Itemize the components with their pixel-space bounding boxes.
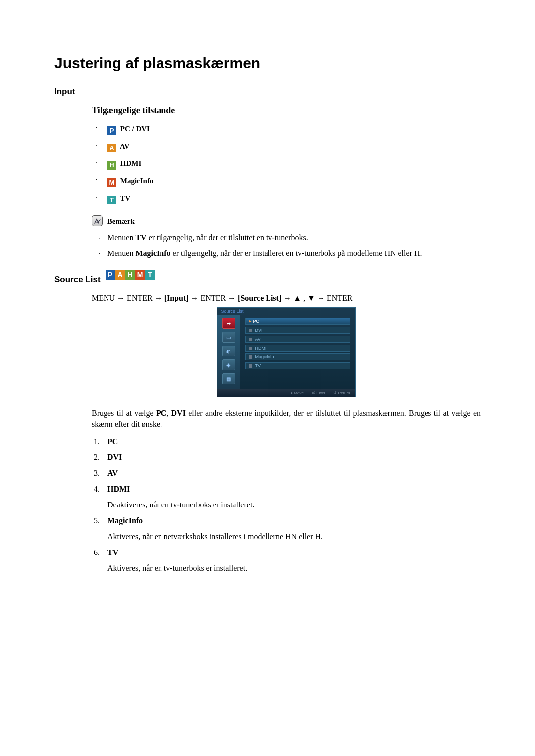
t-icon: T [145, 270, 155, 280]
mode-item-magicinfo: M MagicInfo [92, 177, 481, 187]
osd-item-label: DVI [255, 328, 263, 333]
numbered-label: MagicInfo [107, 516, 143, 525]
numbered-item-dvi: DVI [92, 453, 481, 462]
body-text: Bruges til at vælge [92, 409, 156, 417]
source-list-heading: Source List [54, 275, 101, 285]
top-rule [54, 35, 481, 35]
note-bold: TV [135, 233, 146, 242]
osd-item-hdmi: HDMI [245, 345, 350, 352]
mode-item-av: A AV [92, 142, 481, 152]
p-icon: P [107, 126, 116, 135]
a-icon: A [115, 270, 125, 280]
mode-label: HDMI [120, 159, 142, 167]
numbered-desc: Deaktiveres, når en tv-tunerboks er inst… [107, 501, 481, 509]
numbered-item-av: AV [92, 469, 481, 478]
t-icon: T [107, 196, 116, 204]
note-bold: MagicInfo [135, 249, 170, 257]
osd-item-label: HDMI [255, 346, 267, 351]
menu-path-text: → ENTER → [189, 294, 238, 302]
note-item-tv: Menuen TV er tilgængelig, når der er til… [92, 233, 481, 242]
osd-footer: ♦ Move ⏎ Enter ↺ Return [217, 389, 355, 397]
osd-screenshot: Source List ⬌ ▭ ◐ ◉ ▦ PC DVI AV HDMI Mag… [217, 307, 356, 397]
mode-item-tv: T TV [92, 194, 481, 204]
osd-side-icon: ▦ [222, 373, 235, 384]
osd-item-tv: TV [245, 362, 350, 369]
menu-path-text: → ▲ , ▼ → ENTER [281, 294, 352, 302]
osd-item-dvi: DVI [245, 327, 350, 334]
numbered-label: DVI [107, 453, 122, 461]
numbered-label: TV [107, 548, 118, 556]
mode-item-pc-dvi: P PC / DVI [92, 125, 481, 135]
osd-side-icon: ▭ [222, 332, 235, 343]
numbered-item-magicinfo: MagicInfo Aktiveres, når en netværksboks… [92, 516, 481, 541]
note-label: Bemærk [107, 217, 135, 225]
note-text: er tilgængelig, når der er installeret e… [171, 249, 422, 257]
a-icon: A [107, 144, 116, 152]
osd-side-icon: ◉ [222, 359, 235, 370]
osd-foot-label: Return [338, 391, 350, 395]
bottom-rule [54, 593, 481, 593]
mode-label: MagicInfo [120, 177, 154, 185]
osd-item-pc: PC [245, 318, 350, 325]
mode-label: PC / DVI [120, 125, 150, 133]
osd-foot-label: Enter [316, 391, 325, 395]
h-icon: H [125, 270, 135, 280]
numbered-item-hdmi: HDMI Deaktiveres, når en tv-tunerboks er… [92, 485, 481, 509]
p-icon: P [106, 270, 115, 280]
numbered-label: AV [107, 469, 118, 477]
m-icon: M [135, 270, 145, 280]
osd-item-av: AV [245, 336, 350, 343]
osd-side-icon: ⬌ [222, 318, 235, 329]
note-text: Menuen [107, 249, 135, 257]
page-title: Justering af plasmaskærmen [54, 55, 481, 72]
osd-side-icon: ◐ [222, 346, 235, 356]
note-text: Menuen [107, 233, 135, 242]
osd-item-magicinfo: MagicInfo [245, 353, 350, 360]
numbered-desc: Aktiveres, når en tv-tunerboks er instal… [107, 564, 481, 573]
mode-item-hdmi: H HDMI [92, 159, 481, 170]
osd-foot-label: Move [294, 391, 304, 395]
osd-item-label: AV [255, 337, 261, 342]
numbered-label: PC [107, 437, 118, 446]
numbered-item-tv: TV Aktiveres, når en tv-tunerboks er ins… [92, 548, 481, 573]
numbered-desc: Aktiveres, når en netværksboks installer… [107, 532, 481, 541]
numbered-label: HDMI [107, 485, 130, 493]
menu-path: MENU → ENTER → [Input] → ENTER → [Source… [92, 294, 481, 302]
menu-path-bold: [Source List] [238, 294, 281, 302]
mode-label: AV [120, 142, 130, 150]
m-icon: M [107, 178, 116, 187]
osd-foot-enter: ⏎ Enter [312, 391, 325, 395]
body-bold: DVI [171, 409, 186, 417]
menu-path-text: MENU → ENTER → [92, 294, 164, 302]
mode-label: TV [120, 194, 130, 202]
body-bold: PC [156, 409, 166, 417]
note-text: er tilgængelig, når der er tilsluttet en… [147, 233, 308, 242]
osd-item-label: PC [253, 319, 260, 324]
body-text: , [166, 409, 171, 417]
osd-sidebar: ⬌ ▭ ◐ ◉ ▦ [217, 315, 240, 389]
menu-path-bold: [Input] [164, 294, 189, 302]
osd-foot-move: ♦ Move [291, 391, 304, 395]
note-item-magicinfo: Menuen MagicInfo er tilgængelig, når der… [92, 249, 481, 258]
source-list-description: Bruges til at vælge PC, DVI eller andre … [92, 408, 481, 429]
note-heading: Bemærk [92, 215, 481, 226]
modes-heading: Tilgængelige tilstande [92, 105, 481, 116]
numbered-item-pc: PC [92, 437, 481, 446]
mode-icon-strip: P A H M T [106, 270, 155, 280]
section-input-heading: Input [54, 87, 481, 97]
osd-item-label: TV [255, 363, 261, 368]
osd-title: Source List [217, 308, 355, 315]
h-icon: H [107, 161, 116, 170]
osd-list: PC DVI AV HDMI MagicInfo TV [240, 315, 355, 389]
note-icon [92, 215, 103, 226]
osd-item-label: MagicInfo [255, 354, 274, 359]
osd-foot-return: ↺ Return [333, 391, 350, 395]
